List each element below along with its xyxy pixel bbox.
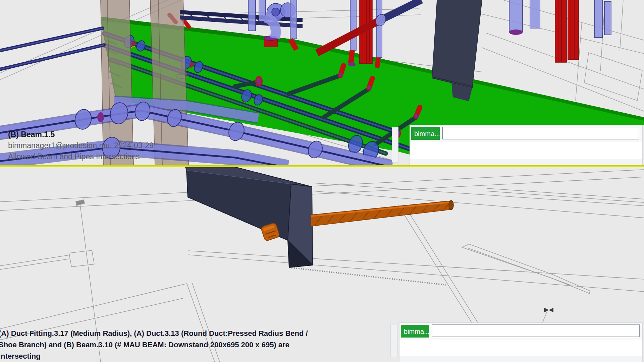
bottom-comment-footer bbox=[399, 356, 642, 362]
bottom-comment-input[interactable] bbox=[432, 324, 640, 337]
bottom-user-badge-button[interactable]: bimma... bbox=[401, 325, 429, 338]
top-comment-input[interactable] bbox=[442, 127, 639, 139]
viewport-bottom-3d[interactable]: (A) Duct Fitting.3.17 (Medium Radius), (… bbox=[0, 167, 644, 362]
bottom-comment-row: bimma... bbox=[399, 323, 642, 340]
top-comment-body bbox=[410, 142, 642, 159]
top-comment-footer bbox=[410, 159, 642, 165]
top-panel-scrollbar[interactable] bbox=[392, 127, 398, 163]
bim-review-screen: (B) Beam.1.5 bimmanager1@prodesign.mu, 2… bbox=[0, 0, 644, 362]
top-comment-row: bimma... bbox=[410, 125, 642, 142]
viewport-selection-divider bbox=[0, 165, 644, 167]
bottom-comment-body bbox=[399, 340, 642, 356]
bottom-comment-panel: bimma... bbox=[399, 322, 643, 362]
bottom-panel-scrollbar[interactable] bbox=[390, 324, 398, 357]
top-user-badge-button[interactable]: bimma... bbox=[411, 127, 440, 140]
top-comment-panel: bimma... bbox=[410, 125, 643, 165]
